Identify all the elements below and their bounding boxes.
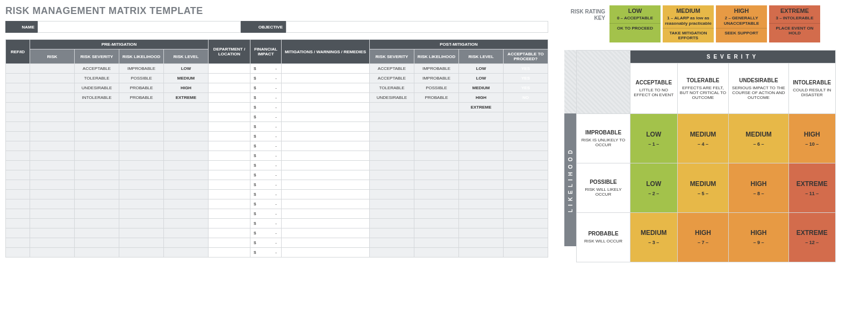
col-dept: DEPARTMENT / LOCATION (209, 40, 250, 64)
table-row[interactable]: $- (6, 199, 548, 209)
col-post: POST-MITIGATION (370, 40, 548, 49)
table-row[interactable]: ACCEPTABLEIMPROBABLELOW$-ACCEPTABLEIMPRO… (6, 64, 548, 74)
matrix-cell: EXTREME– 12 – (788, 213, 835, 262)
col-pre-like: RISK LIKELIHOOD (119, 49, 164, 64)
severity-axis-label: SEVERITY (630, 51, 836, 63)
risk-rating-key: RISK RATING KEY LOW0 – ACCEPTABLEOK TO P… (564, 5, 836, 42)
table-row[interactable]: $- (6, 248, 548, 258)
table-row[interactable]: $-EXTREME (6, 103, 548, 112)
table-row[interactable]: $- (6, 238, 548, 248)
col-pre: PRE-MITIGATION (30, 40, 209, 49)
name-objective-bar: NAME OBJECTIVE (5, 21, 548, 33)
col-pre-level: RISK LEVEL (164, 49, 209, 64)
objective-field[interactable] (286, 21, 548, 33)
table-row[interactable]: $- (6, 161, 548, 170)
key-box: LOW0 – ACCEPTABLEOK TO PROCEED (609, 5, 661, 42)
table-row[interactable]: $- (6, 132, 548, 141)
key-box: MEDIUM1 – ALARP as low as reasonably pra… (663, 5, 714, 42)
key-title: RISK RATING KEY (564, 5, 607, 22)
col-fin: FINANCIAL IMPACT (250, 40, 282, 64)
matrix-row-head: POSSIBLERISK WILL LIKELY OCCUR (577, 163, 630, 213)
matrix-col-head: INTOLERABLECOULD RESULT IN DISASTER (788, 63, 835, 114)
table-row[interactable]: $- (6, 190, 548, 199)
likelihood-axis-label: LIKELIHOOD (564, 113, 576, 246)
table-row[interactable]: $- (6, 170, 548, 180)
name-field[interactable] (38, 21, 241, 33)
col-mit: MITIGATIONS / WARNINGS / REMEDIES (282, 40, 370, 64)
matrix-cell: LOW– 1 – (630, 114, 678, 163)
matrix-col-head: ACCEPTABLELITTLE TO NO EFFECT ON EVENT (630, 63, 678, 114)
matrix-cell: LOW– 2 – (630, 163, 678, 213)
matrix-row-head: PROBABLERISK WILL OCCUR (577, 213, 630, 262)
matrix-col-head: UNDESIRABLESERIOUS IMPACT TO THE COURSE … (729, 63, 788, 114)
matrix-cell: HIGH– 9 – (729, 213, 788, 262)
risk-table: REF/ID PRE-MITIGATION DEPARTMENT / LOCAT… (5, 39, 548, 258)
page-title: RISK MANAGEMENT MATRIX TEMPLATE (5, 5, 548, 17)
matrix-cell: MEDIUM– 5 – (677, 163, 729, 213)
table-row[interactable]: $- (6, 228, 548, 238)
table-row[interactable]: $- (6, 112, 548, 122)
matrix-cell: MEDIUM– 4 – (677, 114, 729, 163)
col-post-sev: RISK SEVERITY (370, 49, 414, 64)
table-row[interactable]: $- (6, 122, 548, 132)
col-proc: ACCEPTABLE TO PROCEED? (504, 49, 548, 64)
matrix-cell: EXTREME– 11 – (788, 163, 835, 213)
matrix-cell: HIGH– 10 – (788, 114, 835, 163)
col-risk: RISK (30, 49, 75, 64)
matrix-col-head: TOLERABLEEFFECTS ARE FELT, BUT NOT CRITI… (677, 63, 729, 114)
col-post-level: RISK LEVEL (459, 49, 504, 64)
table-row[interactable]: $- (6, 151, 548, 161)
matrix-cell: MEDIUM– 6 – (729, 114, 788, 163)
matrix-row-head: IMPROBABLERISK IS UNLIKELY TO OCCUR (577, 114, 630, 163)
table-row[interactable]: $- (6, 141, 548, 151)
table-row[interactable]: INTOLERABLEPROBABLEEXTREME$-UNDESIRABLEP… (6, 93, 548, 103)
col-refid: REF/ID (6, 40, 30, 64)
table-row[interactable]: $- (6, 209, 548, 219)
table-row[interactable]: UNDESIRABLEPROBABLEHIGH$-TOLERABLEPOSSIB… (6, 83, 548, 93)
matrix-cell: MEDIUM– 3 – (630, 213, 678, 262)
key-box: EXTREME3 – INTOLERABLEPLACE EVENT ON HOL… (769, 5, 820, 42)
col-pre-sev: RISK SEVERITY (75, 49, 119, 64)
table-row[interactable]: TOLERABLEPOSSIBLEMEDIUM$-ACCEPTABLEIMPRO… (6, 74, 548, 83)
matrix-corner (577, 51, 630, 114)
key-box: HIGH2 – GENERALLY UNACCEPTABLESEEK SUPPO… (716, 5, 767, 42)
legend-panel: RISK RATING KEY LOW0 – ACCEPTABLEOK TO P… (564, 5, 836, 246)
col-post-like: RISK LIKELIHOOD (414, 49, 459, 64)
main-panel: RISK MANAGEMENT MATRIX TEMPLATE NAME OBJ… (5, 5, 548, 258)
matrix-cell: HIGH– 7 – (677, 213, 729, 262)
table-row[interactable]: $- (6, 180, 548, 190)
table-row[interactable]: $- (6, 219, 548, 228)
objective-label: OBJECTIVE (241, 21, 286, 33)
name-label: NAME (5, 21, 38, 33)
risk-matrix: SEVERITY ACCEPTABLELITTLE TO NO EFFECT O… (576, 50, 836, 262)
matrix-cell: HIGH– 8 – (729, 163, 788, 213)
